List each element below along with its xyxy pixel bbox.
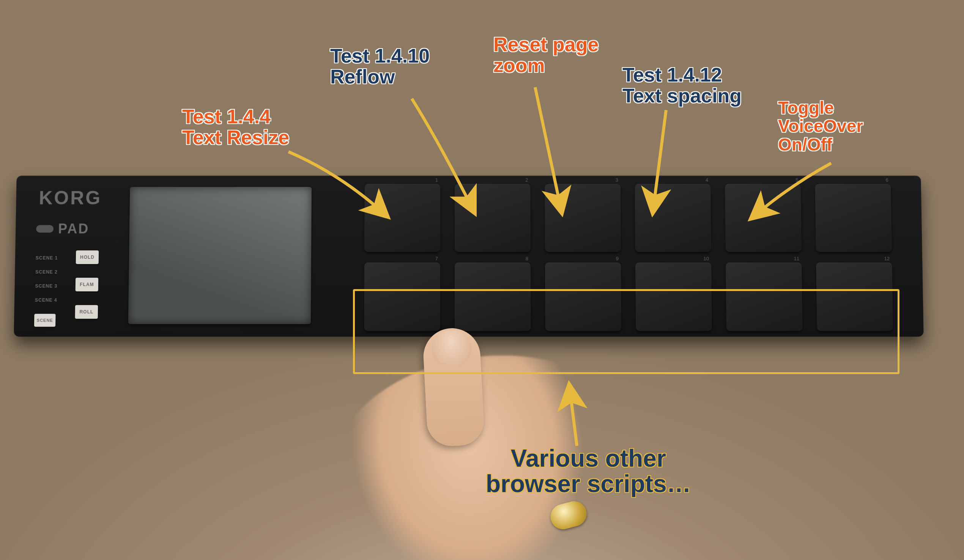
- model-label: PAD: [36, 221, 90, 237]
- pad-number: 3: [616, 177, 618, 183]
- pad-2[interactable]: 2: [455, 184, 531, 252]
- scene-labels-column: SCENE 1 SCENE 2 SCENE 3 SCENE 4: [35, 251, 66, 307]
- pad-5[interactable]: 5: [725, 184, 801, 252]
- pad-number: 7: [435, 256, 438, 261]
- scene3-label: SCENE 3: [35, 279, 66, 293]
- nano-icon: [36, 225, 54, 233]
- brand-logo: KORG: [39, 187, 102, 209]
- pad-number: 1: [435, 177, 438, 183]
- pad-6[interactable]: 6: [815, 184, 892, 252]
- scene1-label: SCENE 1: [36, 251, 67, 265]
- pad-number: 2: [525, 177, 528, 183]
- hold-button[interactable]: HOLD: [76, 251, 99, 264]
- pad-10[interactable]: 10: [635, 262, 712, 331]
- pad-9[interactable]: 9: [545, 262, 621, 331]
- pad-number: 5: [795, 177, 798, 183]
- pad-number: 4: [705, 177, 708, 183]
- line: Reflow: [330, 67, 430, 87]
- scene2-label: SCENE 2: [35, 265, 66, 279]
- hand: [317, 336, 655, 560]
- line: VoiceOver: [778, 117, 863, 135]
- annotation-reflow: Test 1.4.10 Reflow: [330, 46, 430, 87]
- scene-button[interactable]: SCENE: [34, 314, 56, 327]
- line: Text Resize: [182, 127, 289, 148]
- xy-touchpad[interactable]: [128, 187, 312, 324]
- annotation-reset-zoom: Reset page zoom: [493, 34, 599, 75]
- pad-4[interactable]: 4: [635, 184, 711, 252]
- line: Toggle: [778, 99, 863, 117]
- korg-nanopad-device: KORG PAD SCENE 1 SCENE 2 SCENE 3 SCENE 4…: [14, 176, 923, 337]
- roll-button[interactable]: ROLL: [75, 305, 98, 319]
- pad-number: 9: [616, 256, 619, 261]
- pad-7[interactable]: 7: [364, 262, 440, 331]
- line: On/Off: [778, 135, 863, 154]
- line: Test 1.4.10: [330, 46, 430, 67]
- line: Test 1.4.4: [182, 106, 289, 127]
- thumb: [422, 327, 485, 447]
- pad-12[interactable]: 12: [816, 262, 893, 331]
- annotation-text-resize: Test 1.4.4 Text Resize: [182, 106, 289, 148]
- pad-number: 6: [886, 177, 888, 183]
- model-text: PAD: [58, 221, 90, 237]
- pad-number: 12: [884, 256, 890, 261]
- pad-number: 11: [794, 256, 800, 261]
- annotation-toggle-voiceover: Toggle VoiceOver On/Off: [778, 99, 863, 154]
- scene4-label: SCENE 4: [35, 293, 66, 307]
- mini-button-column: HOLD FLAM ROLL: [75, 251, 103, 319]
- line: Test 1.4.12: [622, 65, 742, 85]
- annotation-text-spacing: Test 1.4.12 Text spacing: [622, 65, 742, 106]
- pad-11[interactable]: 11: [726, 262, 802, 331]
- pad-number: 10: [703, 256, 709, 261]
- pad-8[interactable]: 8: [455, 262, 531, 331]
- line: Reset page: [493, 34, 599, 55]
- pad-grid: 1 2 3 4 5 6 7 8 9 10 11 12: [364, 184, 893, 331]
- pad-1[interactable]: 1: [364, 184, 440, 252]
- pad-3[interactable]: 3: [545, 184, 620, 252]
- pad-number: 8: [526, 256, 528, 261]
- flam-button[interactable]: FLAM: [75, 278, 99, 291]
- line: Text spacing: [622, 85, 742, 106]
- line: zoom: [493, 55, 599, 76]
